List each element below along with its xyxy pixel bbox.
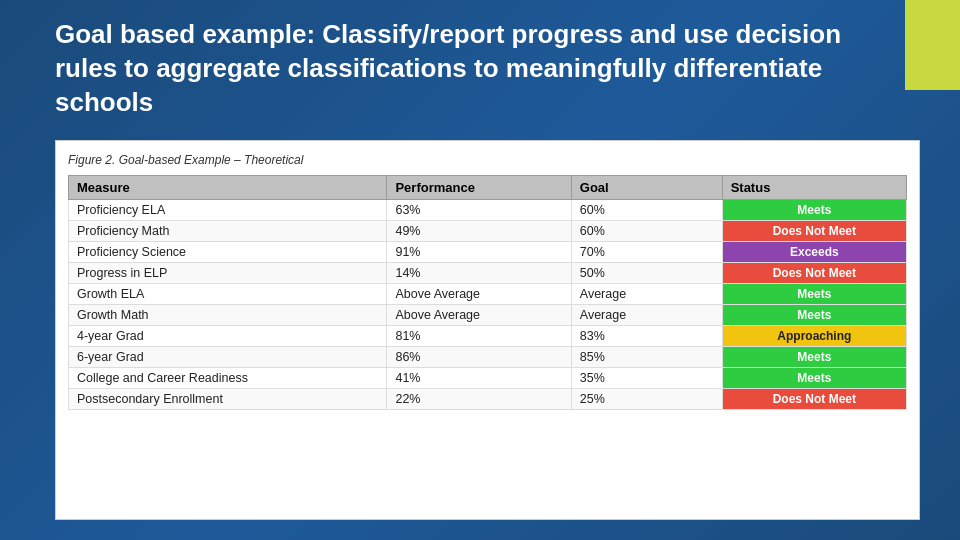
header-goal: Goal — [571, 176, 722, 200]
cell-status: Meets — [722, 200, 906, 221]
table-row: 4-year Grad81%83%Approaching — [69, 326, 907, 347]
cell-performance: 14% — [387, 263, 571, 284]
cell-measure: 6-year Grad — [69, 347, 387, 368]
data-table: Measure Performance Goal Status Proficie… — [68, 175, 907, 410]
table-row: Growth ELAAbove AverageAverageMeets — [69, 284, 907, 305]
table-row: Growth MathAbove AverageAverageMeets — [69, 305, 907, 326]
cell-performance: 22% — [387, 389, 571, 410]
cell-performance: 63% — [387, 200, 571, 221]
cell-goal: 83% — [571, 326, 722, 347]
cell-performance: Above Average — [387, 284, 571, 305]
cell-goal: 60% — [571, 221, 722, 242]
table-row: Progress in ELP14%50%Does Not Meet — [69, 263, 907, 284]
header-measure: Measure — [69, 176, 387, 200]
table-header-row: Measure Performance Goal Status — [69, 176, 907, 200]
table-container: Figure 2. Goal-based Example – Theoretic… — [55, 140, 920, 520]
status-badge: Does Not Meet — [723, 221, 906, 241]
table-row: College and Career Readiness41%35%Meets — [69, 368, 907, 389]
status-badge: Does Not Meet — [723, 389, 906, 409]
cell-status: Meets — [722, 347, 906, 368]
cell-goal: 60% — [571, 200, 722, 221]
status-badge: Exceeds — [723, 242, 906, 262]
cell-goal: 85% — [571, 347, 722, 368]
cell-status: Does Not Meet — [722, 221, 906, 242]
cell-performance: 91% — [387, 242, 571, 263]
cell-measure: College and Career Readiness — [69, 368, 387, 389]
status-badge: Approaching — [723, 326, 906, 346]
status-badge: Meets — [723, 305, 906, 325]
cell-measure: Growth Math — [69, 305, 387, 326]
cell-measure: Proficiency ELA — [69, 200, 387, 221]
title-section: Goal based example: Classify/report prog… — [55, 18, 885, 119]
cell-status: Does Not Meet — [722, 263, 906, 284]
figure-caption: Figure 2. Goal-based Example – Theoretic… — [68, 153, 907, 167]
cell-goal: 70% — [571, 242, 722, 263]
table-row: Proficiency Math49%60%Does Not Meet — [69, 221, 907, 242]
cell-status: Meets — [722, 368, 906, 389]
cell-goal: 50% — [571, 263, 722, 284]
slide-container: Goal based example: Classify/report prog… — [0, 0, 960, 540]
cell-measure: Proficiency Science — [69, 242, 387, 263]
table-row: 6-year Grad86%85%Meets — [69, 347, 907, 368]
accent-bar — [905, 0, 960, 90]
cell-goal: 25% — [571, 389, 722, 410]
cell-status: Does Not Meet — [722, 389, 906, 410]
table-body: Proficiency ELA63%60%MeetsProficiency Ma… — [69, 200, 907, 410]
slide-title: Goal based example: Classify/report prog… — [55, 18, 885, 119]
status-badge: Meets — [723, 200, 906, 220]
cell-measure: Growth ELA — [69, 284, 387, 305]
cell-performance: Above Average — [387, 305, 571, 326]
cell-performance: 49% — [387, 221, 571, 242]
cell-status: Meets — [722, 284, 906, 305]
status-badge: Meets — [723, 284, 906, 304]
cell-performance: 41% — [387, 368, 571, 389]
cell-measure: Postsecondary Enrollment — [69, 389, 387, 410]
cell-status: Approaching — [722, 326, 906, 347]
cell-measure: Progress in ELP — [69, 263, 387, 284]
cell-status: Meets — [722, 305, 906, 326]
header-status: Status — [722, 176, 906, 200]
status-badge: Meets — [723, 368, 906, 388]
header-performance: Performance — [387, 176, 571, 200]
status-badge: Does Not Meet — [723, 263, 906, 283]
table-row: Proficiency Science91%70%Exceeds — [69, 242, 907, 263]
cell-goal: Average — [571, 305, 722, 326]
cell-performance: 86% — [387, 347, 571, 368]
cell-goal: Average — [571, 284, 722, 305]
cell-measure: 4-year Grad — [69, 326, 387, 347]
cell-measure: Proficiency Math — [69, 221, 387, 242]
cell-goal: 35% — [571, 368, 722, 389]
table-row: Postsecondary Enrollment22%25%Does Not M… — [69, 389, 907, 410]
cell-performance: 81% — [387, 326, 571, 347]
cell-status: Exceeds — [722, 242, 906, 263]
table-row: Proficiency ELA63%60%Meets — [69, 200, 907, 221]
status-badge: Meets — [723, 347, 906, 367]
